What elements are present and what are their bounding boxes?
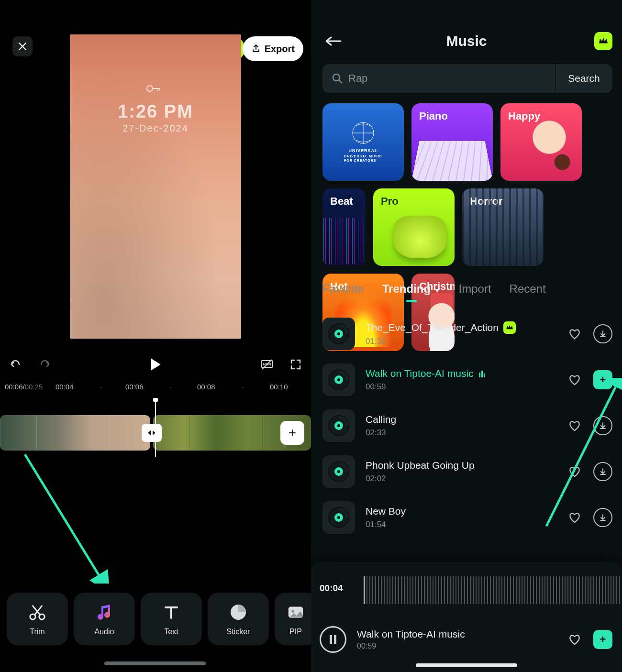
music-note-icon (95, 602, 114, 623)
tool-pip[interactable]: PIP (275, 593, 311, 645)
clip-1[interactable] (0, 415, 150, 451)
pro-badge (503, 321, 516, 334)
tool-text[interactable]: Text (141, 593, 202, 645)
clock-time: 1:26 PM (70, 101, 241, 122)
add-clip-button[interactable]: + (280, 421, 304, 445)
track-art (322, 318, 355, 350)
waveform[interactable] (364, 576, 622, 604)
close-icon (18, 42, 27, 51)
fullscreen-button[interactable] (290, 359, 301, 370)
tool-sticker[interactable]: Sticker (208, 593, 269, 645)
svg-point-28 (337, 470, 340, 473)
search-value: Rap (348, 72, 367, 85)
undo-button[interactable] (9, 359, 22, 370)
np-add-button[interactable]: + (593, 630, 612, 649)
track-title: Walk on Tiptoe-AI music (366, 368, 558, 379)
export-button[interactable]: Export (243, 36, 303, 61)
category-universal[interactable]: UNIVERSALUNIVERSAL MUSICFOR CREATORS (322, 103, 404, 181)
track-download-button[interactable] (593, 508, 612, 527)
home-indicator (104, 661, 206, 665)
redo-button[interactable] (38, 359, 52, 370)
svg-point-32 (337, 516, 340, 519)
track-title: New Boy (366, 506, 558, 517)
svg-rect-20 (484, 374, 485, 377)
search-row: Rap Search (322, 64, 612, 93)
svg-point-24 (337, 424, 340, 427)
playhead[interactable] (155, 398, 156, 457)
category-happy[interactable]: Happy (500, 103, 582, 181)
svg-rect-33 (330, 635, 332, 644)
track-download-button[interactable] (593, 462, 612, 481)
track-favorite-button[interactable] (568, 420, 583, 431)
category-beat[interactable]: Beat (322, 188, 366, 266)
svg-rect-19 (481, 371, 483, 377)
track-download-button[interactable] (593, 324, 612, 343)
np-position: 00:04 (320, 583, 343, 594)
category-piano[interactable]: Piano (411, 103, 493, 181)
transition-handle[interactable] (142, 424, 162, 442)
track-favorite-button[interactable] (568, 512, 583, 523)
heart-icon (568, 328, 581, 340)
text-icon (163, 602, 180, 623)
scissors-icon (28, 602, 46, 623)
search-input[interactable]: Rap (322, 64, 555, 93)
wave-playhead[interactable] (364, 576, 365, 604)
track-list: The_Eve_Of_Thunder_Action 01:32Walk on T… (322, 311, 612, 540)
close-button[interactable] (12, 36, 33, 56)
category-horror[interactable]: Horror (462, 188, 544, 266)
heart-icon (568, 512, 581, 523)
clock-date: 27-Dec-2024 (70, 123, 241, 134)
crown-icon (598, 37, 609, 45)
track-row[interactable]: Walk on Tiptoe-AI music 00:59+ (322, 357, 612, 403)
svg-point-7 (291, 610, 294, 613)
track-favorite-button[interactable] (568, 466, 583, 477)
track-row[interactable]: The_Eve_Of_Thunder_Action 01:32 (322, 311, 612, 357)
hdr-toggle-button[interactable]: HDR (260, 359, 274, 370)
music-title: Music (311, 33, 622, 49)
pip-icon (287, 602, 305, 623)
track-add-button[interactable]: + (593, 370, 612, 389)
search-button[interactable]: Search (555, 64, 612, 93)
download-icon (599, 422, 607, 430)
track-duration: 02:33 (366, 428, 558, 438)
heart-icon (568, 374, 581, 386)
svg-point-17 (337, 378, 340, 381)
video-preview[interactable]: 1:26 PM 27-Dec-2024 (70, 34, 241, 339)
np-pause-button[interactable] (320, 626, 346, 653)
svg-rect-18 (479, 373, 480, 377)
annotation-arrow-left (20, 450, 110, 584)
track-title: Phonk Upbeat Going Up (366, 460, 558, 471)
track-row[interactable]: New Boy01:54 (322, 495, 612, 540)
tool-audio[interactable]: Audio (74, 593, 135, 645)
tab-recent[interactable]: Recent (510, 282, 546, 302)
heart-icon (568, 466, 581, 477)
tab-import[interactable]: Import (459, 282, 491, 302)
track-download-button[interactable] (593, 416, 612, 435)
play-button[interactable] (149, 357, 162, 372)
tab-favorite[interactable]: Favorite (322, 282, 364, 302)
track-row[interactable]: Calling02:33 (322, 403, 612, 449)
track-title: The_Eve_Of_Thunder_Action (366, 321, 558, 334)
editor-pane: Pro Export 1:26 PM 27-Dec-2024 HDR 00 (0, 0, 311, 672)
np-favorite-button[interactable] (568, 634, 583, 645)
transport-bar: HDR (0, 350, 311, 379)
tool-row: Trim Audio Text Sticker (0, 593, 311, 650)
tab-trending[interactable]: Trending ▼ (382, 282, 441, 302)
np-title: Walk on Tiptoe-AI music (357, 628, 558, 640)
export-label: Export (265, 44, 295, 55)
timeline-ruler[interactable]: 00:06/00:25 00:04 · 00:06 · 00:08 · 00:1… (0, 383, 311, 397)
track-favorite-button[interactable] (568, 374, 583, 386)
download-icon (599, 468, 607, 475)
track-favorite-button[interactable] (568, 328, 583, 340)
track-row[interactable]: Phonk Upbeat Going Up02:02 (322, 449, 612, 495)
track-art (322, 501, 355, 534)
track-art (322, 364, 355, 396)
category-pro[interactable]: Pro (373, 188, 455, 266)
svg-point-0 (147, 86, 153, 91)
equalizer-icon (478, 370, 487, 377)
pro-crown-button[interactable] (594, 32, 612, 50)
tool-trim[interactable]: Trim (7, 593, 68, 645)
download-icon (599, 330, 607, 338)
search-icon (332, 73, 343, 84)
now-playing-bar: 00:04 Walk on Tiptoe-AI music 00:59 + (311, 562, 622, 672)
